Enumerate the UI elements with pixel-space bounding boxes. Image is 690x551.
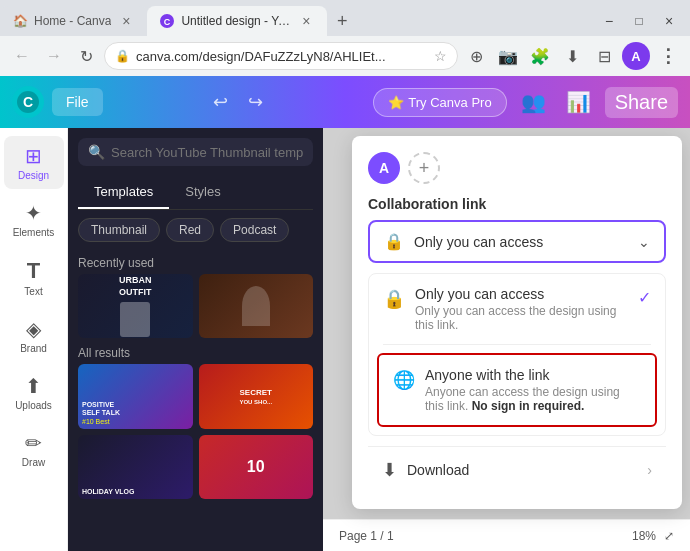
anyone-link-desc: Anyone can access the design using this …	[425, 385, 641, 413]
globe-icon: 🌐	[393, 369, 415, 391]
all-thumbnails-grid: POSITIVESELF TALK #10 Best SECRETYOU SHO…	[68, 364, 323, 428]
profile-button[interactable]: A	[622, 42, 650, 70]
download-chevron-icon: ›	[647, 462, 652, 478]
text-icon: T	[27, 258, 40, 284]
back-button[interactable]: ←	[8, 42, 36, 70]
redo-button[interactable]: ↪	[242, 87, 269, 117]
try-pro-label: Try Canva Pro	[408, 95, 491, 110]
split-screen-button[interactable]: ⊟	[590, 42, 618, 70]
sidebar-item-uploads[interactable]: ⬆ Uploads	[4, 366, 64, 419]
expand-icon[interactable]: ⤢	[664, 529, 674, 543]
uploads-icon: ⬆	[25, 374, 42, 398]
anyone-desc-bold: No sign in required.	[472, 399, 585, 413]
tab-bar: 🏠 Home - Canva × C Untitled design - You…	[0, 0, 690, 36]
lock-secure-icon: 🔒	[115, 49, 130, 63]
all-thumbnails-grid-2: HOLIDAY VLOG 10	[68, 435, 323, 499]
menu-button[interactable]: ⋮	[654, 42, 682, 70]
sidebar-item-elements[interactable]: ✦ Elements	[4, 193, 64, 246]
check-icon: ✓	[638, 288, 651, 307]
close-button[interactable]: ×	[656, 8, 682, 34]
sidebar-item-text[interactable]: T Text	[4, 250, 64, 305]
only-you-content: Only you can access Only you can access …	[415, 286, 628, 332]
recent-thumbnails-grid: URBANOUTFIT	[68, 274, 323, 338]
forward-button[interactable]: →	[40, 42, 68, 70]
bottom-bar: Page 1 / 1 18% ⤢	[323, 519, 690, 551]
address-bar[interactable]: 🔒 canva.com/design/DAFuZZzLyN8/AHLIEt...…	[104, 42, 458, 70]
panel-tabs: Templates Styles	[78, 176, 313, 210]
draw-label: Draw	[22, 457, 45, 468]
filter-thumbnail[interactable]: Thumbnail	[78, 218, 160, 242]
maximize-button[interactable]: □	[626, 8, 652, 34]
minimize-button[interactable]: −	[596, 8, 622, 34]
screenshot-button[interactable]: 📷	[494, 42, 522, 70]
uploads-label: Uploads	[15, 400, 52, 411]
tab-design[interactable]: C Untitled design - YouTube T... ×	[147, 6, 327, 36]
filter-red[interactable]: Red	[166, 218, 214, 242]
chart-icon-button[interactable]: 📊	[560, 86, 597, 118]
thumbnail-model[interactable]	[199, 274, 314, 338]
tab-home-close[interactable]: ×	[117, 12, 135, 30]
download-icon: ⬇	[382, 459, 397, 481]
thumbnail-urban-outfit[interactable]: URBANOUTFIT	[78, 274, 193, 338]
option-divider	[383, 344, 651, 345]
brand-icon: ◈	[26, 317, 41, 341]
option-only-you[interactable]: 🔒 Only you can access Only you can acces…	[369, 274, 665, 344]
only-you-title: Only you can access	[415, 286, 628, 302]
sidebar-item-draw[interactable]: ✏ Draw	[4, 423, 64, 476]
file-button[interactable]: File	[52, 88, 103, 116]
undo-button[interactable]: ↩	[207, 87, 234, 117]
tab-templates[interactable]: Templates	[78, 176, 169, 209]
add-person-button[interactable]: +	[408, 152, 440, 184]
elements-icon: ✦	[25, 201, 42, 225]
star-icon: ⭐	[388, 95, 404, 110]
tab-design-close[interactable]: ×	[297, 12, 315, 30]
thumbnail-holiday-vlog[interactable]: HOLIDAY VLOG	[78, 435, 193, 499]
share-button[interactable]: Share	[605, 87, 678, 118]
sidebar-item-design[interactable]: ⊞ Design	[4, 136, 64, 189]
design-icon: ⊞	[25, 144, 42, 168]
page-label: Page 1 / 1	[339, 529, 394, 543]
download-row[interactable]: ⬇ Download ›	[368, 446, 666, 493]
access-dropdown[interactable]: 🔒 Only you can access ⌄	[368, 220, 666, 263]
only-you-desc: Only you can access the design using thi…	[415, 304, 628, 332]
collaboration-panel: A + Collaboration link 🔒 Only you can ac…	[352, 136, 682, 509]
refresh-button[interactable]: ↻	[72, 42, 100, 70]
left-panel: 🔍 Templates Styles Thumbnail Red Podcast…	[68, 128, 323, 551]
option-anyone-wrapper: 🌐 Anyone with the link Anyone can access…	[377, 353, 657, 427]
access-dropdown-text: Only you can access	[414, 234, 638, 250]
thumbnail-positive-self-talk[interactable]: POSITIVESELF TALK #10 Best	[78, 364, 193, 428]
lock-option-icon: 🔒	[383, 288, 405, 310]
zoom-level[interactable]: 18%	[632, 529, 656, 543]
people-icon-button[interactable]: 👥	[515, 86, 552, 118]
option-anyone-link[interactable]: 🌐 Anyone with the link Anyone can access…	[379, 355, 655, 425]
canva-toolbar: C File ↩ ↪ ⭐ Try Canva Pro 👥 📊 Share	[0, 76, 690, 128]
try-pro-button[interactable]: ⭐ Try Canva Pro	[373, 88, 506, 117]
tab-home[interactable]: 🏠 Home - Canva ×	[0, 6, 147, 36]
design-label: Design	[18, 170, 49, 181]
recently-used-label: Recently used	[68, 250, 323, 274]
filter-tags: Thumbnail Red Podcast	[68, 210, 323, 250]
avatar: A	[368, 152, 400, 184]
bookmark-icon[interactable]: ☆	[434, 48, 447, 64]
search-input[interactable]	[111, 145, 303, 160]
avatar-row: A +	[368, 152, 666, 184]
browser-actions: ⊕ 📷 🧩 ⬇ ⊟ A ⋮	[462, 42, 682, 70]
sidebar: ⊞ Design ✦ Elements T Text ◈ Brand ⬆ Upl…	[0, 128, 68, 551]
tab-styles[interactable]: Styles	[169, 176, 236, 209]
download-status-button[interactable]: ⬇	[558, 42, 586, 70]
filter-podcast[interactable]: Podcast	[220, 218, 289, 242]
extensions-button[interactable]: 🧩	[526, 42, 554, 70]
brand-label: Brand	[20, 343, 47, 354]
chevron-down-icon: ⌄	[638, 234, 650, 250]
browser-chrome: 🏠 Home - Canva × C Untitled design - You…	[0, 0, 690, 76]
thumbnail-secret[interactable]: SECRETYOU SHO...	[199, 364, 314, 428]
tab-home-favicon: 🏠	[12, 13, 28, 29]
search-bar[interactable]: 🔍	[78, 138, 313, 166]
page-info: Page 1 / 1	[339, 529, 394, 543]
cast-button[interactable]: ⊕	[462, 42, 490, 70]
new-tab-button[interactable]: +	[327, 6, 357, 36]
all-results-label: All results	[68, 338, 323, 364]
sidebar-item-brand[interactable]: ◈ Brand	[4, 309, 64, 362]
thumbnail-number[interactable]: 10	[199, 435, 314, 499]
url-text: canva.com/design/DAFuZZzLyN8/AHLIEt...	[136, 49, 428, 64]
